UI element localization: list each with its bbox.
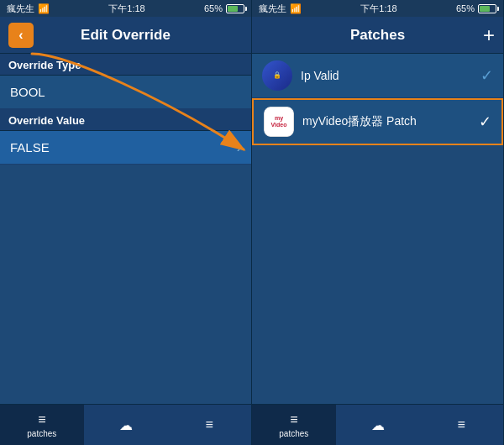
right-nav-title: Patches [350, 27, 405, 44]
left-battery-pct: 65% [204, 3, 223, 13]
back-chevron-icon: ‹ [18, 29, 23, 42]
left-carrier: 瘋先生 [7, 3, 34, 15]
false-arrow-icon: › [237, 140, 241, 155]
back-button[interactable]: ‹ [8, 23, 34, 48]
myvideo-name: myVideo播放器 Patch [302, 114, 474, 129]
left-status-right: 65% [204, 3, 244, 13]
left-tab-cloud[interactable]: ☁ [84, 405, 168, 445]
left-battery-fill [228, 6, 238, 12]
false-item[interactable]: FALSE › [0, 131, 251, 165]
override-value-header: Override Value [0, 109, 251, 131]
left-tab-patches[interactable]: ≡ patches [0, 405, 84, 445]
patch-item-ip-valid[interactable]: 🔒 Ip Valid ✓ [252, 54, 503, 98]
right-status-right: 65% [456, 3, 496, 13]
right-tab-cloud[interactable]: ☁ [336, 405, 420, 445]
myvideo-icon: myVideo [264, 107, 294, 137]
right-panel: 瘋先生 📶 下午1:18 65% Patches + 🔒 Ip Valid ✓ [252, 0, 504, 445]
bool-item[interactable]: BOOL [0, 76, 251, 109]
left-status-left: 瘋先生 📶 [7, 3, 50, 15]
mv-brand-text: myVideo [271, 115, 287, 128]
right-list-icon: ≡ [458, 417, 465, 432]
right-cloud-icon: ☁ [371, 417, 385, 433]
left-wifi-icon: 📶 [38, 3, 50, 14]
ip-icon-text: 🔒 [273, 72, 281, 79]
right-status-left: 瘋先生 📶 [259, 3, 302, 15]
patch-item-myvideo[interactable]: myVideo myVideo播放器 Patch ✓ [252, 98, 503, 145]
left-battery-icon [226, 4, 244, 13]
left-nav-title: Edit Override [81, 27, 171, 44]
right-patches-icon: ≡ [290, 412, 297, 427]
ip-valid-check-icon: ✓ [480, 66, 493, 85]
bool-label: BOOL [10, 85, 45, 99]
right-battery-fill [480, 6, 490, 12]
mv-icon-content: myVideo [271, 115, 287, 128]
add-patch-button[interactable]: + [483, 24, 495, 47]
right-wifi-icon: 📶 [290, 3, 302, 14]
right-tab-list[interactable]: ≡ [419, 405, 503, 445]
ip-valid-icon: 🔒 [262, 60, 292, 91]
mv-icon-graphic: myVideo [264, 107, 294, 137]
right-nav-bar: Patches + [252, 17, 503, 54]
right-tab-bar: ≡ patches ☁ ≡ [252, 404, 503, 445]
right-content: 🔒 Ip Valid ✓ myVideo myVideo播放器 Patch ✓ [252, 54, 503, 404]
left-list-icon: ≡ [206, 417, 213, 432]
left-content: Override Type BOOL Override Value FALSE … [0, 54, 251, 404]
left-nav-bar: ‹ Edit Override [0, 17, 251, 54]
false-label: FALSE [10, 140, 50, 154]
right-carrier: 瘋先生 [259, 3, 286, 15]
right-status-bar: 瘋先生 📶 下午1:18 65% [252, 0, 503, 17]
right-tab-patches[interactable]: ≡ patches [252, 405, 336, 445]
ip-valid-name: Ip Valid [301, 69, 475, 82]
left-panel: 瘋先生 📶 下午1:18 65% ‹ Edit Override Overrid… [0, 0, 252, 445]
ip-icon-graphic: 🔒 [262, 60, 292, 91]
left-tab-bar: ≡ patches ☁ ≡ [0, 404, 251, 445]
left-time: 下午1:18 [108, 3, 144, 15]
myvideo-check-icon: ✓ [479, 113, 491, 131]
right-time: 下午1:18 [360, 3, 396, 15]
left-patches-label: patches [27, 429, 56, 438]
override-type-header: Override Type [0, 54, 251, 76]
left-cloud-icon: ☁ [119, 417, 133, 433]
left-status-bar: 瘋先生 📶 下午1:18 65% [0, 0, 251, 17]
left-patches-icon: ≡ [38, 412, 45, 427]
right-battery-pct: 65% [456, 3, 475, 13]
right-battery-icon [478, 4, 496, 13]
left-tab-list[interactable]: ≡ [167, 405, 251, 445]
right-patches-label: patches [279, 429, 308, 438]
